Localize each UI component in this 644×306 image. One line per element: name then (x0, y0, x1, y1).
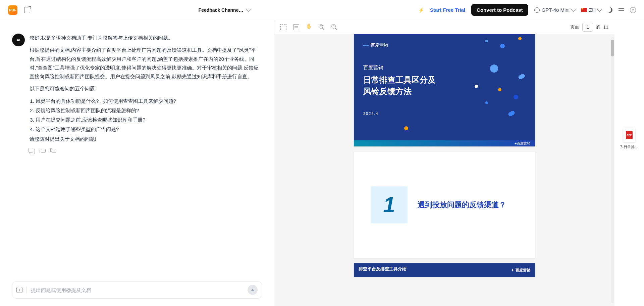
divider (26, 287, 27, 293)
section-number-box: 1 (371, 186, 408, 223)
section-number: 1 (383, 192, 395, 217)
pdf-scrollbar[interactable] (611, 37, 614, 303)
chevron-down-icon (571, 7, 576, 11)
pdf-viewer: 页面 的 11 百度营销 百度营销 日常排查工具区分及 风铃反馈方法 (274, 20, 614, 306)
text-tool-icon[interactable] (293, 24, 299, 30)
send-button[interactable] (248, 285, 258, 295)
pdf-page-1: 百度营销 百度营销 日常排查工具区分及 风铃反馈方法 2022.4 (354, 34, 535, 146)
chevron-down-icon (246, 7, 251, 11)
lang-code: ZH (589, 7, 596, 13)
message-actions (30, 149, 262, 154)
language-selector[interactable]: ZH (581, 7, 601, 13)
pdf-title-line1: 日常排查工具区分及 (363, 74, 526, 86)
topbar-right: ⚡ Start Free Trial Convert to Podcast GP… (418, 4, 636, 16)
section-title: 遇到投放问题的反馈渠道？ (418, 200, 506, 210)
theme-toggle-icon[interactable] (607, 7, 612, 13)
assistant-message: AI 您好,我是多语种文档助手,专门为您解答与上传文档相关的问题。 根据您提供的… (12, 34, 262, 154)
thumbs-up-icon[interactable] (41, 149, 46, 153)
attach-button[interactable]: + (16, 287, 22, 293)
pdf-date: 2022.4 (354, 105, 535, 122)
pdf-page-3: 排查平台及排查工具介绍 ✦ 百度营销 (354, 263, 535, 277)
pdf-subtitle: 百度营销 (363, 64, 526, 71)
pdf-brand: 百度营销 (371, 42, 388, 48)
bot-avatar-icon: AI (12, 34, 25, 46)
pdf-toolbar: 页面 的 11 (274, 20, 614, 34)
pdf-page-2: 1 遇到投放问题的反馈渠道？ (354, 152, 535, 258)
chat-input[interactable] (31, 287, 244, 293)
file-name: 7-日常排… (620, 144, 638, 149)
pdf-brand-row: 百度营销 (354, 34, 535, 56)
new-chat-icon[interactable] (24, 7, 30, 13)
page3-title: 排查平台及排查工具介绍 (359, 266, 407, 274)
footer-brand: 百度营销 (517, 141, 530, 146)
app-logo[interactable]: PDF (8, 5, 17, 15)
scrollbar-thumb[interactable] (611, 40, 614, 56)
pager: 页面 的 11 (570, 23, 608, 32)
pdf-scroll[interactable]: 百度营销 百度营销 日常排查工具区分及 风铃反馈方法 2022.4 (274, 34, 614, 306)
pan-tool-icon[interactable] (306, 24, 312, 30)
help-icon[interactable]: ? (630, 7, 636, 13)
page3-brand: ✦ 百度营销 (511, 266, 530, 274)
chat-pane: AI 您好,我是多语种文档助手,专门为您解答与上传文档相关的问题。 根据您提供的… (0, 20, 274, 306)
greeting-text: 您好,我是多语种文档助手,专门为您解答与上传文档相关的问题。 (30, 34, 262, 42)
list-item: 凤灵平台的具体功能是什么? . 如何使用查查图工具来解决问题? (36, 97, 262, 105)
start-trial-link[interactable]: Start Free Trial (430, 7, 465, 13)
page-total: 11 (603, 25, 608, 30)
closing-text: 请您随时提出关于文档的问题! (30, 135, 262, 143)
file-thumb-icon[interactable] (623, 128, 635, 142)
chevron-down-icon (597, 7, 602, 11)
list-item: 这个文档适用于哪些类型的广告问题? (36, 125, 262, 134)
questions-list: 凤灵平台的具体功能是什么? . 如何使用查查图工具来解决问题? 反馈给风险控制或… (30, 97, 262, 134)
selection-tool-icon[interactable] (280, 24, 286, 30)
zoom-out-button[interactable] (331, 24, 337, 30)
zoom-in-button[interactable] (319, 24, 325, 30)
bolt-icon: ⚡ (418, 7, 424, 13)
chat-title-dropdown[interactable]: Feedback Channe… (37, 7, 412, 13)
page-input[interactable] (582, 23, 593, 32)
settings-icon[interactable] (619, 7, 624, 13)
pdf-page1-footer: ✦ 百度营销 (354, 140, 535, 146)
main-split: AI 您好,我是多语种文档助手,专门为您解答与上传文档相关的问题。 根据您提供的… (0, 20, 644, 306)
right-pane: 页面 的 11 百度营销 百度营销 日常排查工具区分及 风铃反馈方法 (274, 20, 644, 306)
model-name: GPT-4o Mini (542, 7, 570, 13)
thumbs-down-icon[interactable] (52, 149, 56, 153)
summary-text: 根据您提供的文档,内容主要介绍了百度平台上处理广告问题的反馈渠道和工具。文档中提… (30, 46, 262, 81)
page-of: 的 (596, 24, 600, 30)
copy-icon[interactable] (30, 149, 35, 154)
list-item: 用户在提交问题之前,应该检查哪些知识库和手册? (36, 116, 262, 124)
assistant-body: 您好,我是多语种文档助手,专门为您解答与上传文档相关的问题。 根据您提供的文档,… (30, 34, 262, 154)
chat-input-bar: + (12, 281, 262, 299)
file-sidebar: 7-日常排… (614, 20, 644, 306)
page-label: 页面 (570, 24, 580, 30)
questions-intro: 以下是您可能会问的五个问题: (30, 84, 262, 93)
topbar: PDF Feedback Channe… ⚡ Start Free Trial … (0, 0, 644, 20)
pdf-title-line2: 风铃反馈方法 (363, 86, 526, 97)
openai-icon (534, 7, 540, 13)
chat-title: Feedback Channe… (199, 7, 244, 13)
pdf-title-block: 百度营销 日常排查工具区分及 风铃反馈方法 (354, 56, 535, 105)
chat-scroll[interactable]: AI 您好,我是多语种文档助手,专门为您解答与上传文档相关的问题。 根据您提供的… (0, 20, 274, 306)
model-selector[interactable]: GPT-4o Mini (534, 7, 575, 13)
list-item: 反馈给风险控制或新回声团队的流程是怎样的? (36, 106, 262, 115)
convert-podcast-button[interactable]: Convert to Podcast (471, 4, 528, 16)
flag-cn-icon (581, 8, 587, 12)
